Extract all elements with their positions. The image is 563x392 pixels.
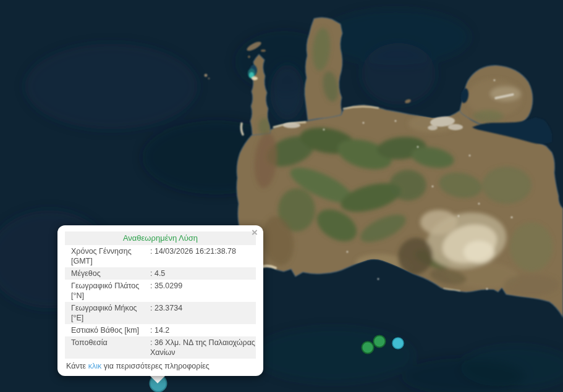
row-label: Γεωγραφικό Πλάτος [°N] (65, 281, 146, 301)
table-row: Μέγεθος : 4.5 (65, 267, 256, 280)
table-row: Γεωγραφικό Πλάτος [°N] : 35.0299 (65, 280, 256, 302)
table-row: Χρόνος Γέννησης [GMT] : 14/03/2026 16:21… (65, 245, 256, 267)
row-label: Εστιακό Βάθος [km] (65, 325, 146, 335)
more-info-link[interactable]: κλικ (88, 362, 102, 370)
epicenter-marker[interactable] (392, 338, 404, 349)
epicenter-marker[interactable] (374, 336, 386, 348)
tiny-islet (205, 74, 208, 77)
row-label: Μέγεθος (65, 269, 146, 278)
row-value: : 35.0299 (146, 281, 256, 301)
row-value: : 4.5 (146, 269, 256, 278)
row-value: : 23.3734 (146, 303, 256, 323)
row-value: : 14/03/2026 16:21:38.78 (146, 246, 256, 266)
row-label: Χρόνος Γέννησης [GMT] (65, 246, 146, 266)
kissamos-town (283, 123, 300, 128)
row-label: Τοποθεσία (65, 338, 146, 357)
footer-text: Κάντε (66, 362, 88, 370)
row-value: : 36 Χλμ. ΝΔ της Παλαιοχώρας Χανίων (146, 338, 256, 357)
row-value: : 14.2 (146, 325, 256, 335)
row-label: Γεωγραφικό Μήκος [°E] (65, 303, 146, 323)
table-row: Γεωγραφικό Μήκος [°E] : 23.3734 (65, 302, 256, 324)
earthquake-popup: × Αναθεωρημένη Λύση Χρόνος Γέννησης [GMT… (57, 225, 263, 376)
table-row: Τοποθεσία : 36 Χλμ. ΝΔ της Παλαιοχώρας Χ… (65, 336, 256, 359)
close-icon[interactable]: × (252, 227, 258, 238)
popup-table: Χρόνος Γέννησης [GMT] : 14/03/2026 16:21… (65, 245, 256, 359)
epicenter-marker[interactable] (362, 342, 374, 354)
popup-title: Αναθεωρημένη Λύση (65, 231, 256, 245)
popup-footer: Κάντε κλικ για περισσότερες πληροφορίες (65, 361, 256, 371)
table-row: Εστιακό Βάθος [km] : 14.2 (65, 324, 256, 336)
footer-text: για περισσότερες πληροφορίες (101, 362, 210, 370)
